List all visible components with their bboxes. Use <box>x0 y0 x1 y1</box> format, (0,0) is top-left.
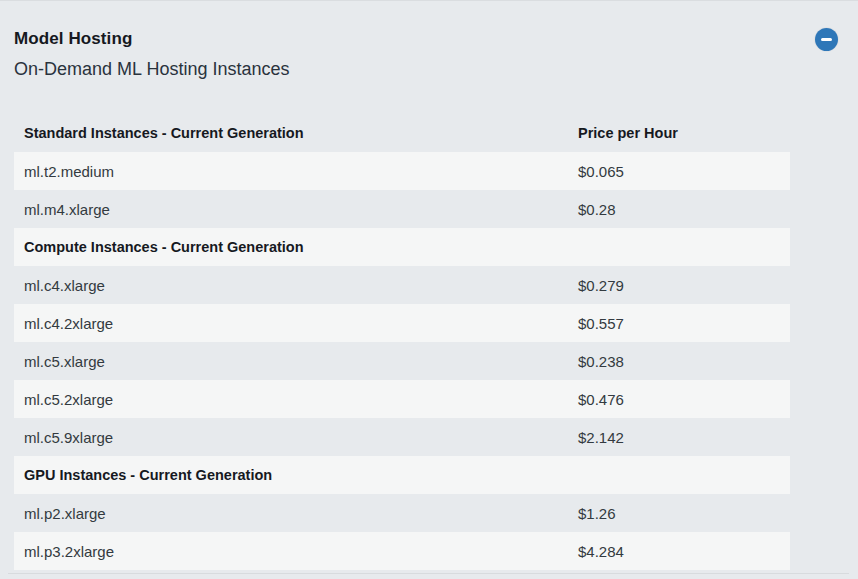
section-header-row: GPU Instances - Current Generation <box>14 456 790 494</box>
instance-name-cell: ml.c5.2xlarge <box>14 391 578 408</box>
price-cell: $0.557 <box>578 315 790 332</box>
table-row: ml.c5.xlarge $0.238 <box>14 342 790 380</box>
instance-name-cell: ml.p2.xlarge <box>14 505 578 522</box>
page-subtitle: On-Demand ML Hosting Instances <box>14 59 289 80</box>
price-cell: $0.28 <box>578 201 790 218</box>
instance-name-cell: ml.m4.xlarge <box>14 201 578 218</box>
section-header-label: GPU Instances - Current Generation <box>14 467 578 483</box>
section-header-row: Compute Instances - Current Generation <box>14 228 790 266</box>
column-header-row: Standard Instances - Current Generation … <box>14 114 790 152</box>
instance-name-cell: ml.t2.medium <box>14 163 578 180</box>
instance-name-cell: ml.p3.2xlarge <box>14 543 578 560</box>
price-cell: $2.142 <box>578 429 790 446</box>
price-column-header: Price per Hour <box>578 125 790 141</box>
table-row: ml.c5.9xlarge $2.142 <box>14 418 790 456</box>
price-cell: $4.284 <box>578 543 790 560</box>
price-cell: $0.476 <box>578 391 790 408</box>
table-row: ml.c4.2xlarge $0.557 <box>14 304 790 342</box>
table-row: ml.p2.xlarge $1.26 <box>14 494 790 532</box>
price-cell: $0.238 <box>578 353 790 370</box>
table-row: ml.c5.2xlarge $0.476 <box>14 380 790 418</box>
pricing-table: Standard Instances - Current Generation … <box>14 114 790 570</box>
section-header-label: Standard Instances - Current Generation <box>14 125 578 141</box>
instance-name-cell: ml.c5.9xlarge <box>14 429 578 446</box>
instance-name-cell: ml.c4.xlarge <box>14 277 578 294</box>
section-header-label: Compute Instances - Current Generation <box>14 239 578 255</box>
page-title: Model Hosting <box>14 29 132 49</box>
table-row: ml.p3.2xlarge $4.284 <box>14 532 790 570</box>
instance-name-cell: ml.c4.2xlarge <box>14 315 578 332</box>
table-row: ml.t2.medium $0.065 <box>14 152 790 190</box>
table-row: ml.c4.xlarge $0.279 <box>14 266 790 304</box>
bottom-divider <box>8 573 849 574</box>
table-row: ml.m4.xlarge $0.28 <box>14 190 790 228</box>
price-cell: $1.26 <box>578 505 790 522</box>
minus-icon <box>821 38 832 42</box>
price-cell: $0.065 <box>578 163 790 180</box>
price-cell: $0.279 <box>578 277 790 294</box>
collapse-section-button[interactable] <box>815 28 838 51</box>
instance-name-cell: ml.c5.xlarge <box>14 353 578 370</box>
